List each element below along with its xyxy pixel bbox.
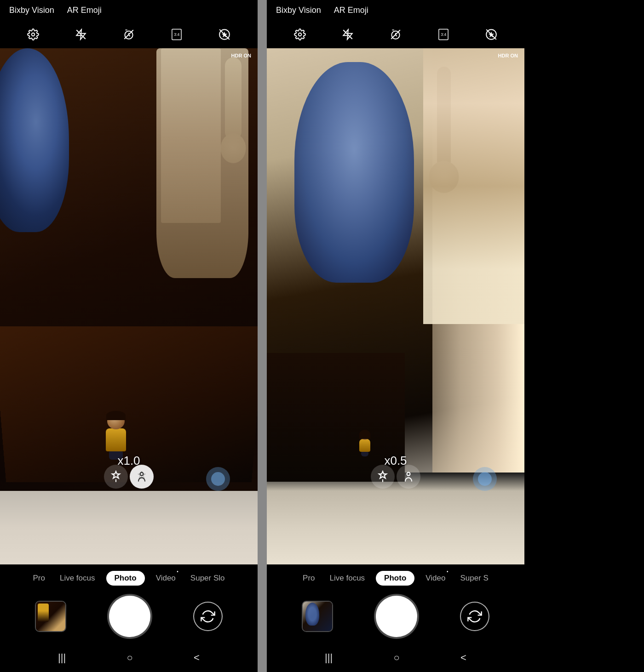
left-hdr-badge: HDR ON	[231, 53, 251, 58]
left-thumb-scene	[36, 602, 65, 631]
right-mini-shutter-inner	[478, 472, 492, 486]
right-effects-icon[interactable]	[481, 24, 501, 45]
right-rope	[437, 67, 451, 168]
right-settings-icon[interactable]	[290, 24, 310, 45]
left-topbar: Bixby Vision AR Emoji	[0, 0, 258, 21]
left-bottom-controls	[0, 590, 258, 646]
right-figurine	[359, 432, 370, 456]
right-focus-btn-tree[interactable]	[371, 465, 395, 489]
right-thumb-scene	[303, 602, 332, 631]
left-nav-recent[interactable]: |||	[58, 652, 66, 664]
right-mode-photo[interactable]: Photo	[376, 571, 414, 586]
svg-point-0	[32, 33, 35, 36]
left-icon-bar: 3:4	[0, 21, 258, 48]
left-mode-superslo[interactable]: Super Slo	[187, 572, 229, 585]
left-curtain-rope	[225, 57, 242, 140]
left-panel: Bixby Vision AR Emoji 3:4	[0, 0, 258, 672]
right-mode-livefocus[interactable]: Live focus	[326, 572, 369, 585]
left-bixby-vision-link[interactable]: Bixby Vision	[9, 6, 54, 15]
right-focus-btn-person[interactable]	[397, 465, 420, 489]
left-nav-back[interactable]: <	[194, 652, 200, 664]
left-figurine-hair	[106, 411, 126, 420]
left-switch-camera-button[interactable]	[193, 602, 223, 631]
panel-divider	[258, 0, 267, 672]
right-figurine-legs	[361, 452, 368, 456]
right-ratio-icon[interactable]: 3:4	[433, 24, 454, 45]
left-shutter-button[interactable]	[109, 596, 150, 637]
left-floor	[0, 491, 258, 564]
right-focus-controls	[371, 465, 420, 489]
right-ar-emoji-link[interactable]: AR Emoji	[334, 6, 368, 15]
left-ar-emoji-link[interactable]: AR Emoji	[67, 6, 102, 15]
right-panel: Bixby Vision AR Emoji 3:4	[267, 0, 524, 672]
right-flash-icon[interactable]	[338, 24, 358, 45]
right-hdr-badge: HDR ON	[498, 53, 518, 58]
left-timer-icon[interactable]	[119, 24, 139, 45]
left-nav-home[interactable]: ○	[126, 652, 132, 664]
right-nav-bar: ||| ○ <	[267, 646, 524, 672]
left-nav-bar: ||| ○ <	[0, 646, 258, 672]
left-flash-icon[interactable]	[71, 24, 91, 45]
left-mode-pro[interactable]: Pro	[29, 572, 48, 585]
right-mode-video[interactable]: Video	[422, 572, 449, 585]
right-nav-home[interactable]: ○	[393, 652, 399, 664]
left-mini-shutter[interactable]	[206, 467, 230, 491]
right-figurine-hair	[359, 430, 370, 439]
right-gallery-thumbnail[interactable]	[302, 601, 333, 632]
svg-text:3:4: 3:4	[174, 32, 179, 37]
right-mode-superslo[interactable]: Super S	[456, 572, 492, 585]
left-mini-shutter-inner	[211, 472, 225, 486]
svg-point-19	[407, 473, 410, 476]
left-viewfinder[interactable]: HDR ON x1.0	[0, 48, 258, 564]
left-gallery-thumbnail[interactable]	[35, 601, 66, 632]
right-switch-camera-button[interactable]	[460, 602, 489, 631]
svg-text:3:4: 3:4	[441, 32, 446, 37]
left-mode-video[interactable]: Video	[152, 572, 179, 585]
right-figurine-head	[360, 432, 369, 440]
right-nav-recent[interactable]: |||	[325, 652, 333, 664]
left-focus-btn-person[interactable]	[130, 465, 154, 489]
left-focus-btn-tree[interactable]	[104, 465, 128, 489]
left-mode-photo[interactable]: Photo	[106, 571, 145, 586]
left-figurine-body	[106, 428, 126, 451]
left-ratio-icon[interactable]: 3:4	[167, 24, 187, 45]
right-bottom-controls	[267, 590, 524, 646]
left-figurine-head	[107, 413, 125, 429]
right-bixby-vision-link[interactable]: Bixby Vision	[276, 6, 321, 15]
right-mode-bar: Pro Live focus Photo Video Super S	[267, 564, 524, 590]
right-shutter-button[interactable]	[376, 596, 417, 637]
left-settings-icon[interactable]	[23, 24, 43, 45]
right-icon-bar: 3:4	[267, 21, 524, 48]
left-figurine	[106, 413, 126, 460]
right-topbar: Bixby Vision AR Emoji	[267, 0, 524, 21]
left-effects-icon[interactable]	[214, 24, 235, 45]
right-figurine-body	[359, 439, 370, 452]
right-viewfinder[interactable]: HDR ON x0.5	[267, 48, 524, 564]
left-mode-bar: Pro Live focus Photo Video Super Slo	[0, 564, 258, 590]
left-focus-controls	[104, 465, 154, 489]
left-mode-livefocus[interactable]: Live focus	[56, 572, 99, 585]
right-mode-pro[interactable]: Pro	[299, 572, 318, 585]
right-timer-icon[interactable]	[385, 24, 406, 45]
svg-point-10	[299, 33, 302, 36]
left-curtain-fabric	[161, 48, 221, 223]
right-nav-back[interactable]: <	[460, 652, 466, 664]
right-mini-shutter[interactable]	[473, 467, 497, 491]
